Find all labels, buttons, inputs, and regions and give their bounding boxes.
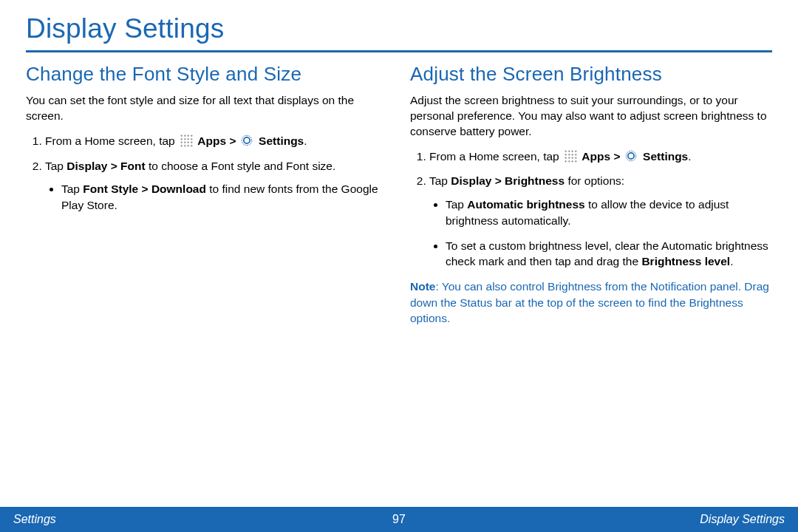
- note-label: Note: [410, 280, 435, 293]
- apps-grid-icon: [564, 149, 577, 163]
- step-bold: Display > Brightness: [451, 174, 565, 187]
- section-heading-brightness: Adjust the Screen Brightness: [410, 63, 772, 86]
- bullet-text: .: [730, 255, 733, 267]
- step-bold: Apps >: [582, 150, 623, 163]
- apps-grid-icon: [180, 134, 193, 147]
- footer-page-number: 97: [392, 513, 406, 526]
- step-bold: Apps >: [197, 134, 239, 147]
- bullet-list: Tap Automatic brightness to allow the de…: [429, 197, 772, 270]
- step-text: to choose a Font style and Font size.: [146, 160, 336, 172]
- step-bold: Settings: [643, 150, 688, 163]
- bullet-list: Tap Font Style > Download to find new fo…: [45, 181, 388, 213]
- settings-gear-icon: [240, 134, 253, 147]
- step-text: .: [688, 150, 691, 163]
- step-bold: Settings: [259, 134, 304, 147]
- step-text: .: [304, 134, 307, 147]
- note-body: : You can also control Brightness from t…: [410, 280, 769, 324]
- column-left: Change the Font Style and Size You can s…: [26, 63, 388, 327]
- bullet-item: To set a custom brightness level, clear …: [446, 238, 772, 270]
- bullet-item: Tap Font Style > Download to find new fo…: [61, 181, 388, 213]
- step-text: Tap: [45, 160, 66, 172]
- bullet-bold: Brightness level: [641, 255, 730, 267]
- footer-right: Display Settings: [700, 513, 785, 526]
- intro-text-font: You can set the font style and size for …: [26, 93, 388, 124]
- note-text: Note: You can also control Brightness fr…: [410, 279, 772, 327]
- steps-list-font: From a Home screen, tap Apps > Settings.…: [26, 133, 388, 214]
- settings-gear-icon: [624, 149, 638, 163]
- svg-point-1: [244, 137, 250, 143]
- page-title: Display Settings: [26, 13, 772, 52]
- page-root: Display Settings Change the Font Style a…: [0, 0, 798, 532]
- bullet-text: Tap: [61, 183, 83, 195]
- bullet-bold: Automatic brightness: [467, 198, 584, 211]
- footer-left: Settings: [13, 513, 56, 526]
- bullet-bold: Font Style > Download: [83, 183, 206, 195]
- steps-list-brightness: From a Home screen, tap Apps > Settings.…: [410, 149, 772, 270]
- section-heading-font: Change the Font Style and Size: [26, 63, 388, 86]
- step-bold: Display > Font: [66, 160, 145, 172]
- intro-text-brightness: Adjust the screen brightness to suit you…: [410, 93, 772, 140]
- bullet-text: Tap: [446, 198, 467, 211]
- step-text: From a Home screen, tap: [45, 134, 178, 147]
- step-item: From a Home screen, tap Apps > Settings.: [429, 149, 772, 165]
- step-item: Tap Display > Brightness for options: Ta…: [429, 173, 772, 269]
- step-text: for options:: [565, 174, 624, 187]
- step-item: From a Home screen, tap Apps > Settings.: [45, 133, 388, 149]
- step-item: Tap Display > Font to choose a Font styl…: [45, 158, 388, 214]
- page-footer: Settings 97 Display Settings: [0, 507, 798, 532]
- step-text: Tap: [429, 174, 451, 187]
- step-text: From a Home screen, tap: [429, 150, 562, 163]
- svg-point-3: [628, 153, 634, 159]
- column-right: Adjust the Screen Brightness Adjust the …: [410, 63, 772, 327]
- bullet-item: Tap Automatic brightness to allow the de…: [446, 197, 772, 228]
- two-column-layout: Change the Font Style and Size You can s…: [26, 63, 772, 327]
